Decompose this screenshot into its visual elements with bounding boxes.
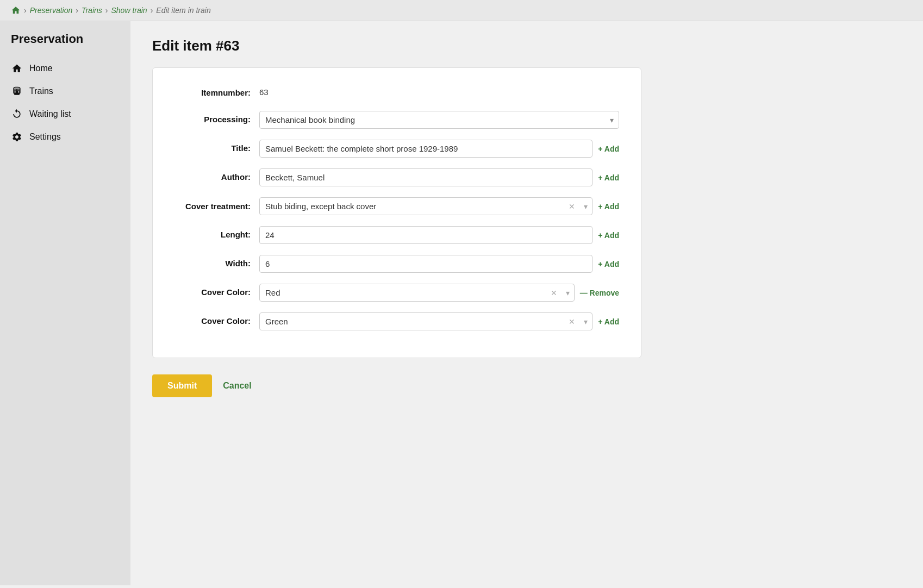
waiting-list-icon <box>11 108 23 120</box>
sidebar-item-settings[interactable]: Settings <box>0 126 130 148</box>
page-title: Edit item #63 <box>152 37 901 54</box>
breadcrumb: › Preservation › Trains › Show train › E… <box>0 0 923 21</box>
title-row: Title: + Add <box>174 140 619 158</box>
cover-color-2-row: Cover Color: Green Red Blue Yellow ✕ ▾ +… <box>174 312 619 330</box>
cover-treatment-label: Cover treatment: <box>174 197 251 212</box>
item-number-label: Itemnumber: <box>174 84 251 97</box>
sidebar-settings-label: Settings <box>29 132 61 142</box>
title-label: Title: <box>174 140 251 153</box>
breadcrumb-show-train[interactable]: Show train <box>111 6 147 15</box>
cover-color-2-label: Cover Color: <box>174 312 251 326</box>
sidebar-trains-label: Trains <box>29 86 53 96</box>
breadcrumb-sep-4: › <box>151 6 153 15</box>
home-icon[interactable] <box>11 5 21 15</box>
title-add-button[interactable]: + Add <box>598 145 619 153</box>
processing-label: Processing: <box>174 111 251 124</box>
cover-treatment-row: Cover treatment: Stub biding, except bac… <box>174 197 619 215</box>
cover-color-1-remove-button[interactable]: — Remove <box>580 289 619 297</box>
width-label: Width: <box>174 255 251 268</box>
breadcrumb-sep-3: › <box>105 6 108 15</box>
breadcrumb-trains[interactable]: Trains <box>82 6 102 15</box>
home-icon <box>11 62 23 74</box>
sidebar-waiting-list-label: Waiting list <box>29 109 71 119</box>
processing-row: Processing: Mechanical book binding Manu… <box>174 111 619 129</box>
breadcrumb-sep-1: › <box>24 6 27 15</box>
main-content: Edit item #63 Itemnumber: 63 Processing:… <box>130 21 923 585</box>
author-row: Author: + Add <box>174 168 619 186</box>
cover-color-2-select[interactable]: Green Red Blue Yellow <box>260 313 564 330</box>
width-add-button[interactable]: + Add <box>598 260 619 268</box>
cover-color-1-clear-button[interactable]: ✕ <box>546 289 562 297</box>
cover-treatment-select[interactable]: Stub biding, except back cover Full cove… <box>260 198 564 215</box>
sidebar-item-trains[interactable]: Trains <box>0 80 130 103</box>
sidebar-title: Preservation <box>0 32 130 57</box>
cover-color-1-select[interactable]: Red Green Blue Yellow <box>260 284 546 301</box>
cover-color-1-label: Cover Color: <box>174 284 251 297</box>
form-card: Itemnumber: 63 Processing: Mechanical bo… <box>152 67 641 358</box>
form-footer: Submit Cancel <box>152 374 901 397</box>
author-label: Author: <box>174 168 251 182</box>
length-row: Lenght: + Add <box>174 226 619 244</box>
length-label: Lenght: <box>174 226 251 239</box>
sidebar-home-label: Home <box>29 64 53 73</box>
length-add-button[interactable]: + Add <box>598 231 619 240</box>
cover-color-1-row: Cover Color: Red Green Blue Yellow ✕ ▾ —… <box>174 284 619 302</box>
settings-icon <box>11 131 23 143</box>
width-input[interactable] <box>259 255 593 273</box>
sidebar-item-waiting-list[interactable]: Waiting list <box>0 103 130 126</box>
cover-color-1-chevron-button[interactable]: ▾ <box>562 289 574 297</box>
width-row: Width: + Add <box>174 255 619 273</box>
cancel-button[interactable]: Cancel <box>223 381 251 391</box>
cover-color-2-clear-button[interactable]: ✕ <box>564 317 579 326</box>
title-input[interactable] <box>259 140 593 158</box>
item-number-value: 63 <box>259 84 269 100</box>
cover-treatment-clear-button[interactable]: ✕ <box>564 202 579 211</box>
submit-button[interactable]: Submit <box>152 374 212 397</box>
cover-color-2-chevron-button[interactable]: ▾ <box>579 317 592 326</box>
breadcrumb-current: Edit item in train <box>156 6 210 15</box>
cover-color-2-add-button[interactable]: + Add <box>598 317 619 326</box>
breadcrumb-sep-2: › <box>76 6 78 15</box>
item-number-row: Itemnumber: 63 <box>174 84 619 100</box>
sidebar-item-home[interactable]: Home <box>0 57 130 80</box>
processing-select[interactable]: Mechanical book binding Manual book bind… <box>259 111 619 129</box>
trains-icon <box>11 85 23 97</box>
cover-treatment-add-button[interactable]: + Add <box>598 202 619 211</box>
author-add-button[interactable]: + Add <box>598 173 619 182</box>
length-input[interactable] <box>259 226 593 244</box>
sidebar: Preservation Home Trains <box>0 21 130 585</box>
breadcrumb-preservation[interactable]: Preservation <box>30 6 73 15</box>
author-input[interactable] <box>259 168 593 186</box>
cover-treatment-chevron-button[interactable]: ▾ <box>579 202 592 211</box>
